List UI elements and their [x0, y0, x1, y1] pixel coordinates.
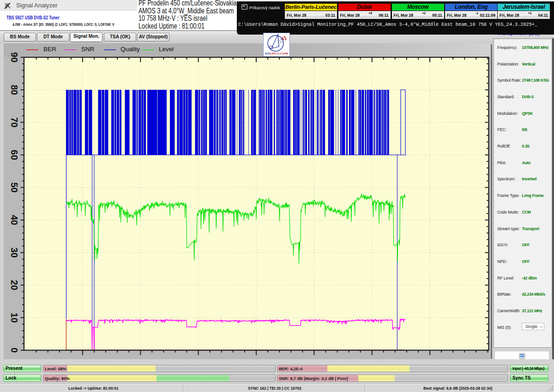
svg-text:60: 60 [9, 150, 19, 160]
svg-text:30: 30 [9, 248, 19, 258]
svg-text:0: 0 [9, 348, 19, 353]
svg-text:DXSATCS.COM: DXSATCS.COM [265, 52, 288, 55]
svg-text:40: 40 [9, 215, 19, 225]
svg-text:20: 20 [9, 280, 19, 290]
svg-text:10: 10 [9, 313, 19, 323]
svg-text:80: 80 [9, 85, 19, 95]
svg-text:50: 50 [9, 182, 19, 192]
svg-text:70: 70 [9, 117, 19, 127]
